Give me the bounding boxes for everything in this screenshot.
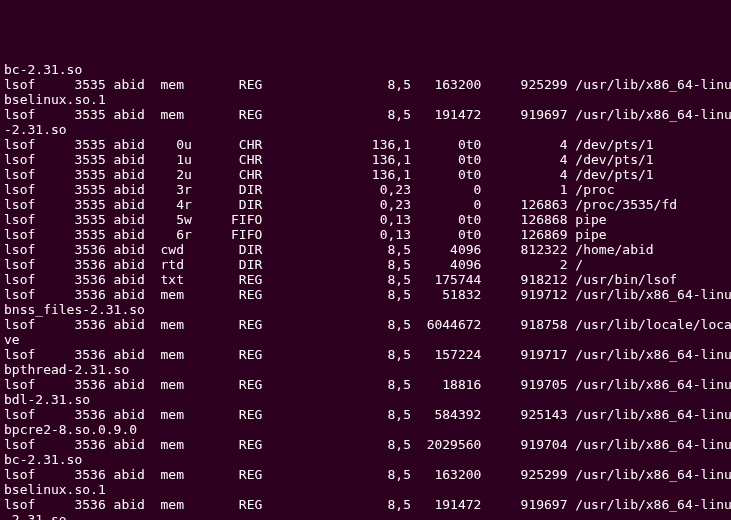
- terminal-line: bpcre2-8.so.0.9.0: [4, 422, 727, 437]
- terminal-line: ve: [4, 332, 727, 347]
- terminal-line: -2.31.so: [4, 122, 727, 137]
- terminal-line: lsof 3535 abid 0u CHR 136,1 0t0 4 /dev/p…: [4, 137, 727, 152]
- terminal-line: lsof 3536 abid rtd DIR 8,5 4096 2 /: [4, 257, 727, 272]
- terminal-line: bselinux.so.1: [4, 482, 727, 497]
- terminal-line: bdl-2.31.so: [4, 392, 727, 407]
- terminal-line: lsof 3535 abid 3r DIR 0,23 0 1 /proc: [4, 182, 727, 197]
- terminal-line: lsof 3536 abid mem REG 8,5 163200 925299…: [4, 467, 727, 482]
- terminal-line: lsof 3536 abid mem REG 8,5 6044672 91875…: [4, 317, 727, 332]
- terminal-line: bnss_files-2.31.so: [4, 302, 727, 317]
- terminal-line: lsof 3536 abid mem REG 8,5 18816 919705 …: [4, 377, 727, 392]
- terminal-line: lsof 3536 abid mem REG 8,5 51832 919712 …: [4, 287, 727, 302]
- terminal-line: bpthread-2.31.so: [4, 362, 727, 377]
- terminal-line: lsof 3535 abid 6r FIFO 0,13 0t0 126869 p…: [4, 227, 727, 242]
- terminal-line: lsof 3536 abid mem REG 8,5 584392 925143…: [4, 407, 727, 422]
- terminal-line: -2.31.so: [4, 512, 727, 520]
- terminal-line: bc-2.31.so: [4, 62, 727, 77]
- terminal-line: lsof 3536 abid mem REG 8,5 2029560 91970…: [4, 437, 727, 452]
- terminal-line: lsof 3535 abid 5w FIFO 0,13 0t0 126868 p…: [4, 212, 727, 227]
- terminal-output[interactable]: bc-2.31.solsof 3535 abid mem REG 8,5 163…: [4, 62, 727, 520]
- terminal-line: lsof 3536 abid mem REG 8,5 191472 919697…: [4, 497, 727, 512]
- terminal-line: bselinux.so.1: [4, 92, 727, 107]
- terminal-line: lsof 3536 abid cwd DIR 8,5 4096 812322 /…: [4, 242, 727, 257]
- terminal-line: lsof 3536 abid txt REG 8,5 175744 918212…: [4, 272, 727, 287]
- terminal-line: lsof 3535 abid mem REG 8,5 163200 925299…: [4, 77, 727, 92]
- terminal-line: lsof 3535 abid 2u CHR 136,1 0t0 4 /dev/p…: [4, 167, 727, 182]
- terminal-line: bc-2.31.so: [4, 452, 727, 467]
- terminal-line: lsof 3536 abid mem REG 8,5 157224 919717…: [4, 347, 727, 362]
- terminal-line: lsof 3535 abid mem REG 8,5 191472 919697…: [4, 107, 727, 122]
- terminal-line: lsof 3535 abid 4r DIR 0,23 0 126863 /pro…: [4, 197, 727, 212]
- terminal-line: lsof 3535 abid 1u CHR 136,1 0t0 4 /dev/p…: [4, 152, 727, 167]
